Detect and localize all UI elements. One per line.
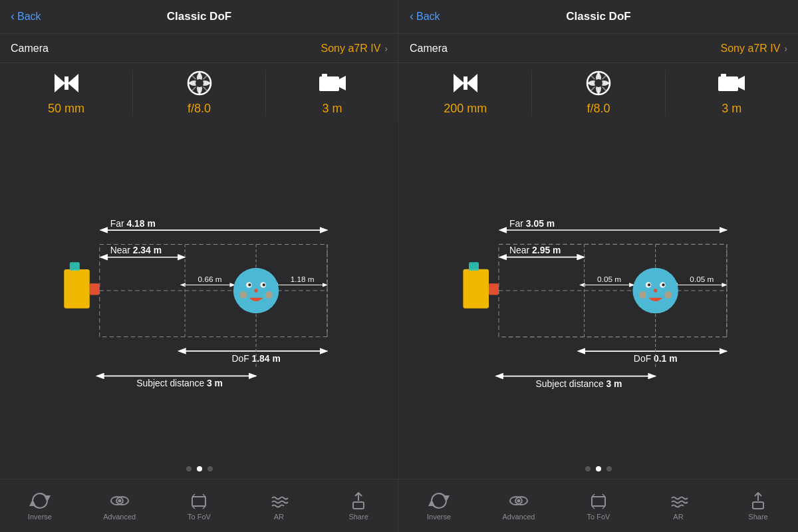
svg-point-87 [662, 283, 664, 286]
focal-length-icon [450, 70, 481, 96]
control-aperture[interactable]: f/8.0 [133, 70, 266, 116]
page-title: Classic DoF [167, 10, 231, 23]
svg-marker-0 [55, 74, 65, 92]
tab-ar[interactable]: AR [638, 491, 718, 521]
distance-icon [317, 70, 348, 96]
control-focal-length[interactable]: 50 mm [0, 70, 133, 116]
tab-tofov-label: To FoV [587, 513, 610, 521]
focal-length-icon [51, 70, 82, 96]
tab-share-icon [749, 491, 767, 510]
camera-chevron-icon: › [784, 43, 787, 54]
page-dots [399, 459, 798, 479]
back-label: Back [416, 11, 440, 23]
svg-text:Far 4.18 m: Far 4.18 m [110, 218, 156, 229]
svg-rect-7 [319, 76, 339, 91]
tab-ar-icon [669, 491, 688, 510]
svg-rect-27 [64, 269, 90, 309]
svg-point-6 [196, 79, 203, 87]
back-button[interactable]: ‹ Back [11, 10, 41, 23]
tab-advanced-label: Advanced [103, 513, 136, 521]
camera-label: Camera [11, 43, 49, 55]
camera-row[interactable]: Camera Sony a7R IV › [0, 33, 398, 63]
controls-row: 50 mm f/8.0 [0, 63, 398, 122]
svg-rect-29 [70, 262, 80, 271]
svg-point-90 [665, 291, 672, 299]
camera-model: Sony a7R IV [321, 43, 381, 55]
header: ‹ Back Classic DoF [399, 0, 798, 33]
svg-rect-81 [489, 283, 499, 295]
tab-inverse-label: Inverse [427, 513, 451, 521]
tab-inverse-icon [31, 491, 49, 510]
svg-text:Subject distance 3 m: Subject distance 3 m [136, 378, 223, 388]
tab-share-label: Share [348, 513, 368, 521]
page-dot-0[interactable] [186, 466, 192, 471]
tab-ar[interactable]: AR [239, 491, 319, 521]
tab-advanced-label: Advanced [503, 513, 535, 521]
camera-value: Sony a7R IV › [321, 43, 388, 55]
svg-point-88 [654, 289, 657, 292]
back-button[interactable]: ‹ Back [410, 10, 440, 23]
control-distance[interactable]: 3 m [266, 70, 398, 116]
svg-rect-62 [721, 74, 726, 78]
svg-rect-55 [464, 76, 467, 90]
page-title: Classic DoF [566, 10, 630, 23]
diagram-area: Far 3.05 m Near 2.95 m 0.05 m 0.05 m DoF… [399, 122, 798, 459]
svg-text:1.18 m: 1.18 m [291, 275, 315, 283]
control-value-focal-length: 200 mm [444, 102, 487, 116]
svg-rect-99 [592, 497, 605, 506]
tab-ar-label: AR [673, 513, 683, 521]
svg-marker-53 [454, 74, 464, 92]
svg-rect-60 [718, 76, 738, 91]
diagram-svg: Far 4.18 m Near 2.34 m 0.66 m 1.18 m DoF… [0, 122, 398, 459]
tab-ar-icon [269, 491, 288, 510]
control-value-aperture: f/8.0 [188, 102, 211, 116]
tab-bar: Inverse Advanced To FoV AR Share [0, 479, 398, 532]
aperture-icon [583, 70, 614, 96]
tab-ar-label: AR [274, 513, 284, 521]
svg-point-86 [648, 283, 650, 286]
svg-point-33 [248, 283, 251, 286]
camera-row[interactable]: Camera Sony a7R IV › [399, 33, 798, 63]
svg-point-98 [517, 499, 521, 502]
tab-advanced[interactable]: Advanced [80, 491, 160, 521]
camera-chevron-icon: › [384, 43, 388, 54]
svg-text:0.66 m: 0.66 m [198, 275, 222, 283]
tab-share[interactable]: Share [319, 491, 398, 521]
svg-rect-46 [192, 497, 205, 506]
svg-text:Near 2.34 m: Near 2.34 m [110, 245, 162, 255]
tab-advanced[interactable]: Advanced [479, 491, 559, 521]
svg-rect-9 [322, 74, 327, 78]
page-dot-1[interactable] [197, 466, 202, 471]
page-dot-2[interactable] [606, 466, 612, 471]
control-value-aperture: f/8.0 [587, 102, 610, 116]
panel-left: ‹ Back Classic DoF Camera Sony a7R IV › … [0, 0, 399, 532]
camera-label: Camera [410, 43, 448, 55]
svg-rect-104 [753, 502, 763, 509]
svg-point-36 [239, 291, 247, 299]
tab-inverse[interactable]: Inverse [0, 491, 80, 521]
control-aperture[interactable]: f/8.0 [532, 70, 665, 116]
tab-tofov[interactable]: To FoV [559, 491, 638, 521]
tab-share[interactable]: Share [718, 491, 798, 521]
panel-right: ‹ Back Classic DoF Camera Sony a7R IV › … [399, 0, 798, 532]
control-focal-length[interactable]: 200 mm [399, 70, 532, 116]
back-chevron-icon: ‹ [410, 9, 414, 23]
control-value-distance: 3 m [722, 102, 741, 116]
svg-rect-28 [90, 283, 100, 295]
page-dot-2[interactable] [207, 466, 213, 471]
page-dots [0, 459, 398, 479]
svg-text:Subject distance 3 m: Subject distance 3 m [536, 378, 622, 389]
page-dot-0[interactable] [585, 466, 591, 471]
tab-tofov[interactable]: To FoV [160, 491, 239, 521]
control-distance[interactable]: 3 m [666, 70, 798, 116]
diagram-area: Far 4.18 m Near 2.34 m 0.66 m 1.18 m DoF… [0, 122, 398, 459]
tab-inverse[interactable]: Inverse [399, 491, 479, 521]
svg-marker-61 [738, 76, 745, 90]
svg-point-89 [639, 291, 646, 299]
svg-rect-51 [353, 502, 364, 509]
camera-value: Sony a7R IV › [721, 43, 788, 55]
page-dot-1[interactable] [596, 466, 601, 471]
svg-point-59 [595, 79, 602, 87]
svg-marker-8 [339, 76, 346, 90]
tab-bar: Inverse Advanced To FoV AR Share [399, 479, 798, 532]
